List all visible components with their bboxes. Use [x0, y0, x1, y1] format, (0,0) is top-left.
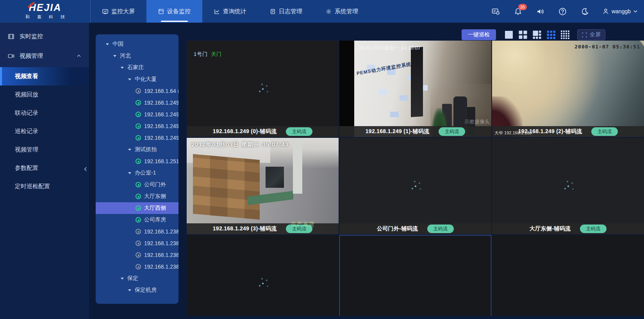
speaker-icon — [536, 7, 544, 16]
fullscreen-button[interactable]: 全屏 — [577, 29, 605, 40]
sidebar-subitem-6[interactable]: 视频管理 — [0, 141, 89, 159]
sidebar-subitem-7[interactable]: 参数配置 — [0, 159, 89, 177]
tree-camera-node[interactable]: 192.168.1.238 (0) — [96, 226, 178, 237]
video-tile[interactable]: 2012年01月03日 星期二 05:07:43生产发货192.168.1.24… — [187, 138, 339, 234]
tree-branch-node[interactable]: 保定 — [96, 273, 178, 284]
tree-camera-node[interactable]: 192.168.1.238 (2) — [96, 249, 178, 261]
video-tile[interactable]: 1号门关门192.168.1.249 (0)-辅码流主码流 — [187, 41, 339, 137]
moon-icon-button[interactable] — [581, 7, 589, 16]
caret-down-icon[interactable] — [113, 55, 116, 57]
tree-camera-node[interactable]: 192.168.1.64 (1) — [96, 85, 178, 97]
sidebar-subitem-4[interactable]: 联动记录 — [0, 104, 89, 122]
tree-branch-node[interactable]: 中国 — [96, 38, 178, 50]
tree-camera-node[interactable]: 192.168.1.238 (3) — [96, 261, 178, 273]
tree-node-label: 192.168.1.249 (1) — [144, 111, 178, 118]
main-stream-button[interactable]: 主码流 — [427, 225, 454, 233]
layout-4-button[interactable] — [518, 30, 528, 39]
nav-item-2[interactable]: 查询统计 — [202, 0, 258, 23]
video-manage-icon — [8, 53, 14, 59]
sidebar-collapse-button[interactable] — [83, 166, 88, 173]
nav-item-4[interactable]: 系统管理 — [314, 0, 370, 23]
message-log-icon-button[interactable] — [492, 7, 500, 16]
camera-play-icon — [136, 100, 141, 105]
sidebar-submenu: 视频查看视频回放联动记录巡检记录视频管理参数配置定时巡检配置 — [0, 67, 89, 196]
camera-play-icon — [136, 123, 141, 129]
tree-branch-node[interactable]: 中化大厦 — [96, 73, 178, 85]
video-tile[interactable]: 公司门外-辅码流主码流 — [339, 138, 491, 234]
tree-camera-node[interactable]: 公司门外 — [96, 179, 178, 191]
caret-down-icon[interactable] — [128, 172, 131, 174]
sidebar-item-0[interactable]: 实时监控 — [0, 27, 89, 46]
tree-camera-node[interactable]: 192.168.1.249 (2) — [96, 120, 178, 132]
layout-1-button[interactable] — [504, 30, 514, 39]
speaker-icon-button[interactable] — [536, 7, 544, 16]
topbar-actions: 35wanggb — [478, 0, 644, 23]
video-tile[interactable] — [187, 235, 339, 316]
tree-branch-node[interactable]: 办公室-1 — [96, 167, 178, 179]
tree-camera-node[interactable]: 192.168.1.249 (3) — [96, 132, 178, 144]
caret-down-icon[interactable] — [121, 67, 124, 69]
layout-16-button[interactable] — [560, 30, 570, 39]
video-frame-shape — [266, 167, 284, 188]
tree-branch-node[interactable]: 河北 — [96, 50, 178, 62]
tree-camera-node[interactable]: 公司库房 — [96, 214, 178, 226]
tree-camera-node[interactable]: 192.168.1.249 (0) — [96, 97, 178, 109]
tree-node-label: 192.168.1.249 (3) — [144, 135, 178, 141]
user-menu[interactable]: wanggb — [602, 8, 638, 15]
tree-node-label: 192.168.1.251 (0) — [144, 158, 178, 164]
tree-branch-node[interactable]: 保定机房 — [96, 284, 178, 296]
video-tile[interactable] — [339, 235, 491, 316]
main-stream-button[interactable]: 主码流 — [286, 127, 312, 136]
chevron-up-icon — [77, 53, 81, 58]
video-frame-shape — [193, 154, 260, 220]
tree-branch-node[interactable]: 石家庄 — [96, 62, 178, 73]
tree-camera-node[interactable]: 大厅东侧 — [96, 191, 178, 202]
video-title: 192.168.1.249 (0)-辅码流 — [213, 128, 277, 135]
caret-down-icon[interactable] — [128, 149, 131, 151]
bell-icon-button[interactable]: 35 — [514, 7, 522, 16]
caret-down-icon[interactable] — [106, 43, 109, 45]
sidebar-subitem-3[interactable]: 视频回放 — [0, 86, 89, 104]
tree-node-label: 192.168.1.249 (2) — [144, 123, 178, 129]
tree-camera-node[interactable]: 大厅西侧 — [96, 202, 178, 214]
help-icon-button[interactable] — [558, 7, 567, 16]
sidebar-item-1[interactable]: 视频管理 — [0, 46, 89, 66]
tree-node-label: 192.168.1.238 (3) — [144, 264, 178, 270]
one-key-patrol-button[interactable]: 一键巡检 — [462, 29, 496, 40]
video-tile[interactable] — [492, 235, 644, 316]
nav-item-1[interactable]: 设备监控 — [146, 0, 202, 23]
tree-camera-node[interactable]: 192.168.1.251 (0) — [96, 155, 178, 167]
caret-down-icon[interactable] — [128, 78, 131, 80]
layout-6-button[interactable] — [532, 30, 542, 39]
video-title-bar: 192.168.1.249 (3)-辅码流主码流 — [187, 223, 339, 234]
tree-node-label: 192.168.1.64 (1) — [144, 88, 178, 94]
caret-down-icon[interactable] — [128, 289, 131, 291]
tree-camera-node[interactable]: 192.168.1.249 (1) — [96, 109, 178, 120]
message-log-icon — [492, 7, 500, 16]
layout-9-button[interactable] — [546, 30, 556, 39]
camera-play-icon — [136, 88, 141, 94]
main-stream-button[interactable]: 主码流 — [591, 127, 618, 136]
video-tile[interactable]: 大厅东侧-辅码流主码流 — [492, 138, 644, 234]
video-title: 192.168.1.249 (3)-辅码流 — [213, 225, 277, 232]
camera-watermark: 示教摄像头 — [464, 118, 490, 125]
video-tile[interactable]: 08-22-2022星期一 14:10:07PEMS动力环境监控系统示教摄像头1… — [339, 41, 491, 137]
sidebar: 实时监控视频管理 视频查看视频回放联动记录巡检记录视频管理参数配置定时巡检配置 — [0, 23, 89, 319]
video-tile[interactable]: 2000-01-07 05:36:51大华 192.168.1.108192.1… — [492, 41, 644, 137]
main-stream-button[interactable]: 主码流 — [580, 225, 607, 233]
tree-node-label: 保定机房 — [135, 287, 157, 294]
tree-branch-node[interactable]: 测试抓拍 — [96, 144, 178, 155]
nav-item-3[interactable]: 日志管理 — [258, 0, 314, 23]
sidebar-subitem-8[interactable]: 定时巡检配置 — [0, 177, 89, 196]
loading-spinner — [415, 185, 416, 187]
sidebar-top-group: 实时监控视频管理 — [0, 23, 89, 67]
nav-item-0[interactable]: 监控大屏 — [91, 0, 146, 23]
app-body: 实时监控视频管理 视频查看视频回放联动记录巡检记录视频管理参数配置定时巡检配置 … — [0, 23, 644, 319]
sidebar-item-label: 实时监控 — [20, 33, 43, 40]
tree-camera-node[interactable]: 192.168.1.238 (1) — [96, 237, 178, 249]
sidebar-subitem-5[interactable]: 巡检记录 — [0, 122, 89, 141]
main-stream-button[interactable]: 主码流 — [439, 127, 465, 136]
caret-down-icon[interactable] — [121, 278, 124, 280]
sidebar-subitem-2[interactable]: 视频查看 — [0, 67, 89, 86]
chevron-down-icon — [633, 9, 638, 14]
